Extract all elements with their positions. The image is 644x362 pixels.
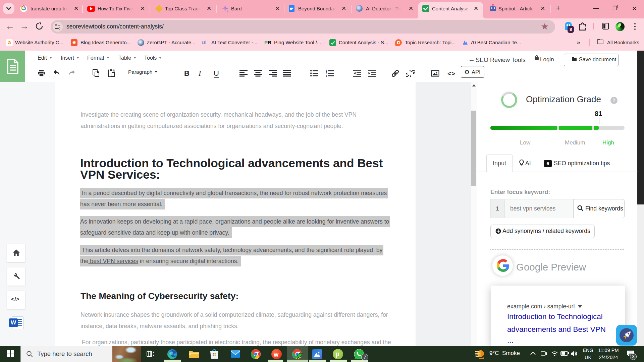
svg-text:1: 1	[326, 70, 327, 72]
svg-text:2: 2	[326, 72, 327, 74]
svg-text:3: 3	[326, 75, 327, 77]
